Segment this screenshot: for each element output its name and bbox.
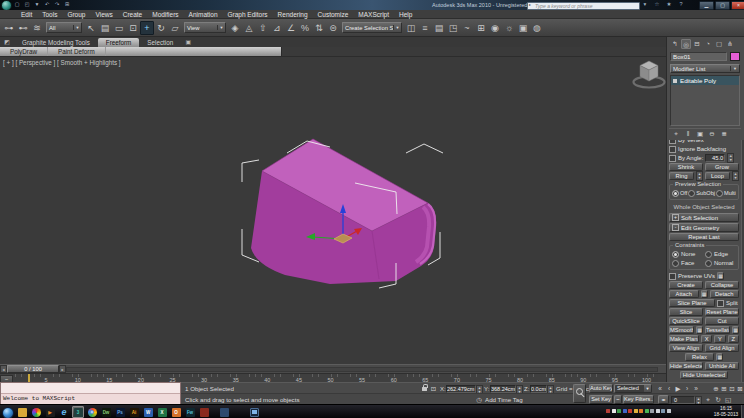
unlink-selection-icon[interactable]: ⊷ (16, 21, 30, 35)
constraint-face-radio[interactable] (672, 260, 679, 267)
rollout-edit-geometry[interactable]: - Edit Geometry (669, 223, 739, 232)
open-file-icon[interactable]: ◰ (23, 1, 31, 8)
quickslice-button[interactable]: QuickSlice (669, 317, 703, 325)
shrink-button[interactable]: Shrink (669, 163, 703, 171)
taskbar-clock[interactable]: 16:15 18-05-2013 (711, 406, 741, 417)
orbit-icon[interactable]: ↻ (714, 395, 722, 404)
modifier-list-dropdown[interactable]: Modifier List ▼ (670, 64, 740, 73)
current-frame-field[interactable]: 0 (671, 396, 695, 404)
project-folder-icon[interactable]: ⊞ (63, 1, 71, 8)
preview-off-radio[interactable] (672, 190, 679, 197)
msmooth-button[interactable]: MSmooth (669, 326, 694, 334)
taskbar-excel[interactable]: X (156, 406, 168, 418)
ring-button[interactable]: Ring (669, 172, 694, 180)
time-back-arrow[interactable]: ◂ (0, 365, 7, 373)
y-coordinate-field[interactable]: 368.24cm (490, 385, 516, 393)
tab-modify-icon[interactable]: ◎ (681, 39, 691, 49)
configure-modifier-sets-icon[interactable]: ≣ (720, 130, 728, 138)
tray-icon-7[interactable] (639, 409, 643, 413)
menu-create[interactable]: Create (118, 11, 148, 18)
mirror-icon[interactable]: ◫ (404, 21, 418, 35)
render-production-icon[interactable]: ◍ (530, 21, 544, 35)
zoom-extents-all-icon[interactable]: ⊠ (736, 384, 744, 393)
new-key-settings-icon[interactable]: ~ (614, 395, 622, 404)
taskbar-chrome[interactable] (86, 406, 98, 418)
select-and-rotate-icon[interactable]: ↻ (154, 21, 168, 35)
zoom-extents-icon[interactable]: ⊡ (728, 384, 736, 393)
constraint-edge-radio[interactable] (705, 251, 712, 258)
help-icon[interactable]: ? (677, 1, 685, 8)
time-forward-arrow[interactable]: ▸ (59, 365, 66, 373)
cut-button[interactable]: Cut (705, 317, 739, 325)
menu-maxscript[interactable]: MAXScript (353, 11, 394, 18)
maximize-button[interactable]: ▢ (715, 1, 730, 10)
rollout-soft-selection[interactable]: + Soft Selection (669, 213, 739, 222)
absolute-offset-toggle-icon[interactable]: ⊡ (429, 384, 438, 393)
panel-paint-deform[interactable]: Paint Deform (48, 47, 106, 56)
menu-animation[interactable]: Animation (184, 11, 223, 18)
pin-stack-icon[interactable]: ⌖ (672, 130, 680, 138)
tab-motion-icon[interactable]: ◔ (703, 39, 713, 49)
menu-modifiers[interactable]: Modifiers (147, 11, 183, 18)
selection-lock-icon[interactable] (422, 387, 427, 391)
next-frame-button[interactable]: › (683, 384, 691, 393)
taskbar-photoshop[interactable]: Ps (114, 406, 126, 418)
new-scene-icon[interactable]: ▢ (13, 1, 21, 8)
menu-tools[interactable]: Tools (37, 11, 62, 18)
previous-frame-button[interactable]: ‹ (665, 384, 673, 393)
hide-selected-button[interactable]: Hide Selected (669, 362, 703, 370)
percent-snap-icon[interactable]: % (298, 21, 312, 35)
rectangular-selection-region-icon[interactable]: ▭ (112, 21, 126, 35)
subscription-center-icon[interactable]: ☆ (653, 1, 661, 8)
tray-icon-8[interactable] (645, 409, 649, 413)
taskbar-dreamweaver[interactable]: Dw (100, 406, 112, 418)
select-by-name-icon[interactable]: ▤ (98, 21, 112, 35)
z-button[interactable]: Z (728, 335, 739, 343)
save-file-icon[interactable]: ▼ (33, 1, 41, 8)
taskbar-picasa[interactable] (30, 406, 42, 418)
pan-icon[interactable]: ⌖ (704, 395, 712, 404)
maximize-viewport-icon[interactable]: ◱ (724, 395, 732, 404)
reset-plane-button[interactable]: Reset Plane (705, 308, 739, 316)
key-filters-button[interactable]: Key Filters... (623, 395, 654, 404)
selection-filter-dropdown[interactable]: All▼ (46, 22, 82, 33)
favorites-icon[interactable]: ★ (665, 1, 673, 8)
view-align-button[interactable]: View Align (669, 344, 703, 352)
taskbar-media-player[interactable]: ▶ (44, 406, 56, 418)
play-button[interactable]: ▶ (674, 384, 682, 393)
viewcube[interactable] (634, 61, 665, 88)
constraint-normal-radio[interactable] (705, 260, 712, 267)
bind-to-space-warp-icon[interactable]: ≋ (30, 21, 44, 35)
maxscript-mini-listener[interactable]: Welcome to MAXScript (0, 382, 181, 404)
set-keys-button[interactable] (573, 384, 586, 403)
spinner-snap-icon[interactable]: ⇅ (312, 21, 326, 35)
zoom-all-icon[interactable]: ⊞ (720, 384, 728, 393)
split-checkbox[interactable] (717, 300, 724, 307)
viewport-label[interactable]: [ + ] [ Perspective ] [ Smooth + Highlig… (3, 59, 121, 66)
taskbar-explorer[interactable] (16, 406, 28, 418)
menu-rendering[interactable]: Rendering (273, 11, 313, 18)
settings-icon[interactable]: ▦ (716, 353, 723, 361)
panel-polydraw[interactable]: PolyDraw (0, 47, 48, 56)
settings-icon[interactable]: ▦ (701, 290, 708, 298)
show-end-result-icon[interactable]: ‖ (684, 130, 692, 137)
schematic-view-icon[interactable]: ⊞ (474, 21, 488, 35)
tray-icon-3[interactable] (617, 409, 621, 413)
object-name-field[interactable]: Box01 (670, 52, 727, 61)
tray-icon-1[interactable] (606, 409, 610, 413)
listener-upper-pane[interactable] (1, 383, 180, 394)
graphite-modeling-tools-toggle-icon[interactable]: ◳ (446, 21, 460, 35)
taskbar-app-red[interactable] (198, 406, 210, 418)
render-setup-icon[interactable]: ☼ (502, 21, 516, 35)
select-and-scale-icon[interactable]: ▱ (168, 21, 182, 35)
constraint-none-radio[interactable] (672, 251, 679, 258)
hide-unselected-button[interactable]: Hide Unselected (680, 371, 728, 379)
close-button[interactable]: × (731, 1, 744, 10)
taskbar-word[interactable]: W (142, 406, 154, 418)
by-angle-checkbox[interactable] (669, 155, 676, 162)
taskbar-3ds-max[interactable]: 3 (72, 406, 84, 418)
menu-graph-editors[interactable]: Graph Editors (223, 11, 273, 18)
relax-button[interactable]: Relax (685, 353, 715, 361)
select-object-icon[interactable]: ↖ (84, 21, 98, 35)
make-planar-button[interactable]: Make Planar (669, 335, 699, 343)
